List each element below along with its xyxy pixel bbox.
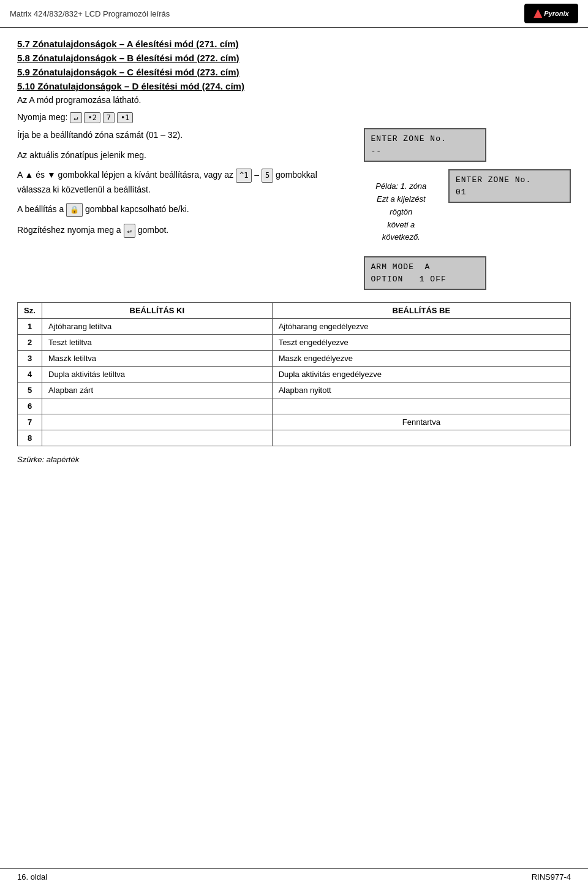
lcd-screen-arm-mode: ARM MODE A OPTION 1 OFF: [364, 256, 486, 290]
rogzites-span2: gombot.: [138, 225, 169, 235]
header-title: Matrix 424/832/832+ LCD Programozói leír…: [10, 9, 170, 18]
aktualis-text: Az aktuális zónatípus jelenik meg.: [17, 148, 349, 162]
table-cell-be: Alapban nyitott: [272, 383, 570, 398]
beallitas-text: A beállítás a 🔒 gombbal kapcsolható be/k…: [17, 202, 349, 217]
kbd-5: 5: [262, 169, 273, 183]
rogzites-span1: Rögzítéshez nyomja meg a: [17, 225, 124, 235]
table-cell-ki: [42, 430, 273, 446]
example-line1: Példa: 1. zóna: [375, 181, 426, 191]
page-footer: 16. oldal RINS977-4: [0, 868, 588, 885]
col-be-header: BEÁLLÍTÁS BE: [272, 303, 570, 319]
nyomja-label: Nyomja meg:: [17, 112, 67, 122]
table-cell-sz: 5: [18, 383, 42, 398]
kbd-caret1: ^1: [236, 169, 252, 183]
section-heading-5-10: 5.10 Zónatulajdonságok – D élesítési mód…: [17, 81, 571, 91]
irja-be-text: Írja be a beállítandó zóna számát (01 – …: [17, 128, 349, 142]
pyronix-logo: Pyronix: [524, 4, 578, 23]
table-row: 4Dupla aktivitás letiltvaDupla aktivitás…: [18, 367, 571, 383]
beallitas-span: A beállítás a: [17, 204, 66, 214]
document-id: RINS977-4: [532, 872, 571, 882]
table-cell-sz: 3: [18, 351, 42, 367]
gombokkal-text1: A ▲ és ▼ gombokkal lépjen a kívánt beáll…: [17, 170, 236, 180]
table-cell-be: [272, 430, 570, 446]
table-cell-sz: 7: [18, 414, 42, 430]
intro-paragraph: Az A mód programozása látható.: [17, 95, 571, 105]
gombokkal-text: A ▲ és ▼ gombokkal lépjen a kívánt beáll…: [17, 168, 349, 196]
section-heading-5-7: 5.7 Zónatulajdonságok – A élesítési mód …: [17, 39, 571, 49]
table-cell-be: Maszk engedélyezve: [272, 351, 570, 367]
right-column: ENTER ZONE No. -- Példa: 1. zóna Ezt a k…: [364, 128, 571, 290]
settings-table: Sz. BEÁLLÍTÁS KI BEÁLLÍTÁS BE 1Ajtóharan…: [17, 302, 571, 446]
page-header: Matrix 424/832/832+ LCD Programozói leír…: [0, 0, 588, 28]
table-cell-ki: Dupla aktivitás letiltva: [42, 367, 273, 383]
section-heading-5-9: 5.9 Zónatulajdonságok – C élesítési mód …: [17, 67, 571, 77]
table-cell-sz: 4: [18, 367, 42, 383]
table-cell-be: Teszt engedélyezve: [272, 335, 570, 351]
col-sz-header: Sz.: [18, 303, 42, 319]
table-row: 2Teszt letiltvaTeszt engedélyezve: [18, 335, 571, 351]
table-row: 3Maszk letiltvaMaszk engedélyezve: [18, 351, 571, 367]
kbd-1: •1: [117, 112, 133, 123]
table-row: 1Ajtóharang letiltvaAjtóharang engedélye…: [18, 319, 571, 335]
footer-note: Szürke: alapérték: [17, 455, 571, 464]
pyronix-logo-text: Pyronix: [544, 10, 568, 17]
table-cell-ki: Maszk letiltva: [42, 351, 273, 367]
lcd-screen-2: ENTER ZONE No. 01: [448, 169, 571, 203]
example-lcd-group: Példa: 1. zóna Ezt a kijelzést rögtön kö…: [364, 169, 571, 249]
table-cell-sz: 6: [18, 398, 42, 414]
page-number: 16. oldal: [17, 872, 47, 882]
gombokkal-dash: –: [254, 170, 262, 180]
nyomja-meg-line: Nyomja meg: ↵ •2 7 •1: [17, 112, 571, 123]
table-cell-be: Fenntartva: [272, 414, 570, 430]
content-area: Írja be a beállítandó zóna számát (01 – …: [17, 128, 571, 290]
section-heading-5-8: 5.8 Zónatulajdonságok – B élesítési mód …: [17, 53, 571, 63]
col-ki-header: BEÁLLÍTÁS KI: [42, 303, 273, 319]
table-cell-be: Dupla aktivitás engedélyezve: [272, 367, 570, 383]
kbd-2: •2: [84, 112, 100, 123]
table-row: 6: [18, 398, 571, 414]
table-cell-sz: 8: [18, 430, 42, 446]
table-row: 5Alapban zártAlapban nyitott: [18, 383, 571, 398]
table-cell-ki: Teszt letiltva: [42, 335, 273, 351]
example-line2: Ezt a kijelzést rögtön: [377, 194, 425, 216]
table-row: 8: [18, 430, 571, 446]
table-header-row: Sz. BEÁLLÍTÁS KI BEÁLLÍTÁS BE: [18, 303, 571, 319]
kbd-7: 7: [103, 112, 115, 123]
kbd-enter2: ↵: [124, 224, 135, 238]
table-cell-ki: [42, 414, 273, 430]
table-row: 7Fenntartva: [18, 414, 571, 430]
table-cell-sz: 1: [18, 319, 42, 335]
table-cell-be: [272, 398, 570, 414]
table-cell-ki: Ajtóharang letiltva: [42, 319, 273, 335]
table-cell-ki: Alapban zárt: [42, 383, 273, 398]
table-cell-ki: [42, 398, 273, 414]
main-content: 5.7 Zónatulajdonságok – A élesítési mód …: [0, 28, 588, 475]
example-text: Példa: 1. zóna Ezt a kijelzést rögtön kö…: [364, 175, 439, 249]
lcd-screen-1: ENTER ZONE No. --: [364, 128, 486, 162]
pyronix-triangle-icon: [533, 9, 542, 18]
table-cell-be: Ajtóharang engedélyezve: [272, 319, 570, 335]
example-line3: követi a következő.: [382, 220, 420, 242]
left-column: Írja be a beállítandó zóna számát (01 – …: [17, 128, 349, 290]
beallitas-span2: gombbal kapcsolható be/ki.: [85, 204, 189, 214]
rogzites-text: Rögzítéshez nyomja meg a ↵ gombot.: [17, 223, 349, 238]
kbd-enter: ↵: [70, 112, 81, 123]
table-cell-sz: 2: [18, 335, 42, 351]
kbd-lock: 🔒: [66, 203, 83, 217]
